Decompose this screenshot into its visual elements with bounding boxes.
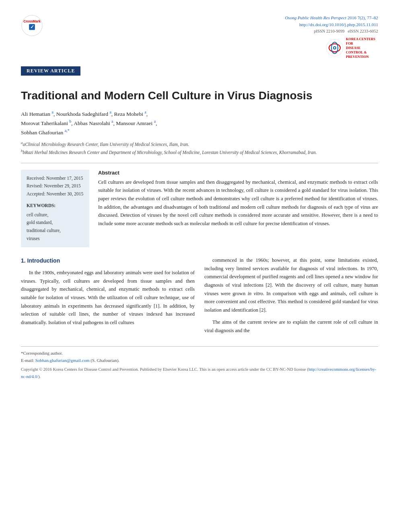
email-link[interactable]: Sobhan.ghafurian@gmail.com <box>35 358 90 363</box>
header: CrossMark ✓ Osong Public Health Res Pers… <box>21 14 378 59</box>
info-box: Received: November 17, 2015 Revised: Nov… <box>21 170 89 247</box>
divider <box>21 163 378 163</box>
email-suffix: (S. Ghafourian). <box>90 358 119 363</box>
article-title: Traditional and Modern Cell Culture in V… <box>21 88 378 103</box>
keywords-list: cell culture, gold standard, traditional… <box>27 211 84 242</box>
email-line: E-mail: Sobhan.ghafurian@gmail.com (S. G… <box>21 357 378 364</box>
authors: Ali Hematian a, Nourkhoda Sadeghifard a,… <box>21 109 378 137</box>
copyright: Copyright © 2016 Korea Centers for Disea… <box>21 366 378 380</box>
section-1-heading: 1. Introduction <box>21 256 195 265</box>
svg-point-8 <box>334 47 335 49</box>
col-right: commenced in the 1960s; however, at this… <box>204 256 378 335</box>
license-link[interactable]: http://creativecommons.org/licenses/by-n… <box>21 367 376 379</box>
body-section: 1. Introduction In the 1900s, embryonate… <box>21 256 378 335</box>
col-right-para1: commenced in the 1960s; however, at this… <box>204 256 378 314</box>
crossmark-logo: CrossMark ✓ <box>21 14 43 38</box>
main-section: Received: November 17, 2015 Revised: Nov… <box>21 170 378 247</box>
received-info: Received: November 17, 2015 <box>27 175 84 183</box>
revised-info: Revised: November 29, 2015 <box>27 182 84 190</box>
kcdc-logo: KOREA CENTERS FOR DISEASE CONTROL & PREV… <box>326 37 378 59</box>
svg-text:CrossMark: CrossMark <box>23 20 41 23</box>
page: CrossMark ✓ Osong Public Health Res Pers… <box>0 0 399 532</box>
journal-issn: pISSN 2210-9099 eISSN 2233-6052 <box>314 29 378 33</box>
col-left-para: In the 1900s, embryonated eggs and labor… <box>21 269 195 327</box>
corresponding-author: *Corresponding author. <box>21 349 378 357</box>
accepted-info: Accepted: November 30, 2015 <box>27 190 84 198</box>
abstract-title: Abstract <box>98 170 378 176</box>
keywords-title: KEYWORDS: <box>27 202 84 210</box>
journal-volume: 2016 7(2), 77–82 <box>348 15 378 20</box>
journal-title: Osong Public Health Res Perspect <box>285 15 346 20</box>
journal-info: Osong Public Health Res Perspect 2016 7(… <box>285 14 378 35</box>
kcdc-text: KOREA CENTERS FOR DISEASE CONTROL & PREV… <box>346 37 378 59</box>
review-article-label: REVIEW ARTICLE <box>21 66 80 76</box>
abstract-section: Abstract Cell cultures are developed fro… <box>98 170 378 247</box>
abstract-text: Cell cultures are developed from tissue … <box>98 178 378 228</box>
col-right-para2: The aims of the current review are to ex… <box>204 318 378 335</box>
footer: *Corresponding author. E-mail: Sobhan.gh… <box>21 346 378 380</box>
journal-doi[interactable]: http://dx.doi.org/10.1016/j.phrp.2015.11… <box>299 22 378 27</box>
col-left: 1. Introduction In the 1900s, embryonate… <box>21 256 195 335</box>
svg-text:✓: ✓ <box>30 24 34 30</box>
affiliations: aaClinical Microbiology Research Center,… <box>21 140 378 156</box>
